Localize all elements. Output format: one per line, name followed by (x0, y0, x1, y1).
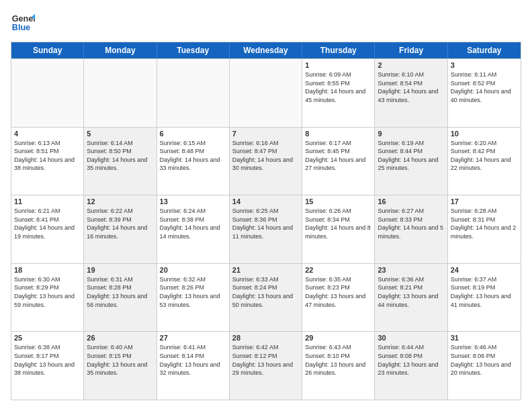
header-day-sunday: Sunday (11, 42, 84, 58)
cal-cell-15: 15Sunrise: 6:26 AM Sunset: 8:34 PM Dayli… (302, 195, 375, 263)
cal-row-3: 18Sunrise: 6:30 AM Sunset: 8:29 PM Dayli… (11, 263, 521, 332)
day-number: 10 (451, 130, 518, 138)
day-number: 29 (305, 334, 371, 342)
calendar-body: 1Sunrise: 6:09 AM Sunset: 8:55 PM Daylig… (11, 58, 521, 400)
day-number: 31 (451, 334, 518, 342)
day-info: Sunrise: 6:30 AM Sunset: 8:29 PM Dayligh… (14, 275, 81, 309)
cal-cell-6: 6Sunrise: 6:15 AM Sunset: 8:48 PM Daylig… (157, 128, 230, 195)
calendar-header: SundayMondayTuesdayWednesdayThursdayFrid… (11, 42, 521, 58)
day-info: Sunrise: 6:24 AM Sunset: 8:38 PM Dayligh… (160, 207, 226, 240)
cal-cell-16: 16Sunrise: 6:27 AM Sunset: 8:33 PM Dayli… (375, 195, 447, 263)
day-info: Sunrise: 6:46 AM Sunset: 8:06 PM Dayligh… (451, 343, 518, 377)
cal-cell-17: 17Sunrise: 6:28 AM Sunset: 8:31 PM Dayli… (448, 195, 521, 263)
day-number: 2 (378, 61, 444, 69)
day-info: Sunrise: 6:32 AM Sunset: 8:26 PM Dayligh… (160, 275, 226, 309)
day-number: 6 (160, 130, 226, 138)
day-info: Sunrise: 6:16 AM Sunset: 8:47 PM Dayligh… (232, 139, 299, 173)
cal-cell-27: 27Sunrise: 6:41 AM Sunset: 8:14 PM Dayli… (157, 332, 230, 400)
day-info: Sunrise: 6:15 AM Sunset: 8:48 PM Dayligh… (160, 139, 226, 173)
cal-cell-19: 19Sunrise: 6:31 AM Sunset: 8:28 PM Dayli… (84, 264, 157, 332)
logo: General Blue (11, 11, 39, 35)
day-number: 1 (305, 61, 371, 69)
day-info: Sunrise: 6:33 AM Sunset: 8:24 PM Dayligh… (232, 275, 299, 309)
day-number: 23 (378, 266, 444, 274)
day-number: 19 (87, 266, 153, 274)
cal-cell-18: 18Sunrise: 6:30 AM Sunset: 8:29 PM Dayli… (11, 264, 84, 332)
day-info: Sunrise: 6:21 AM Sunset: 8:41 PM Dayligh… (14, 207, 81, 240)
cal-cell-1: 1Sunrise: 6:09 AM Sunset: 8:55 PM Daylig… (302, 59, 375, 127)
day-number: 15 (305, 197, 371, 205)
cal-row-2: 11Sunrise: 6:21 AM Sunset: 8:41 PM Dayli… (11, 195, 521, 263)
day-info: Sunrise: 6:40 AM Sunset: 8:15 PM Dayligh… (87, 343, 153, 377)
cal-cell-empty-03 (230, 59, 302, 127)
cal-cell-30: 30Sunrise: 6:44 AM Sunset: 8:08 PM Dayli… (375, 332, 447, 400)
day-number: 26 (87, 334, 153, 342)
header-day-tuesday: Tuesday (157, 42, 230, 58)
svg-text:Blue: Blue (12, 23, 30, 32)
day-info: Sunrise: 6:41 AM Sunset: 8:14 PM Dayligh… (160, 343, 226, 377)
cal-cell-14: 14Sunrise: 6:25 AM Sunset: 8:36 PM Dayli… (230, 195, 302, 263)
day-number: 18 (14, 266, 81, 274)
day-number: 24 (451, 266, 518, 274)
cal-cell-9: 9Sunrise: 6:19 AM Sunset: 8:44 PM Daylig… (375, 128, 447, 195)
day-number: 5 (87, 130, 153, 138)
cal-cell-25: 25Sunrise: 6:38 AM Sunset: 8:17 PM Dayli… (11, 332, 84, 400)
header-day-monday: Monday (84, 42, 157, 58)
day-info: Sunrise: 6:26 AM Sunset: 8:34 PM Dayligh… (305, 207, 371, 240)
cal-row-1: 4Sunrise: 6:13 AM Sunset: 8:51 PM Daylig… (11, 127, 521, 195)
day-number: 9 (378, 130, 444, 138)
day-number: 27 (160, 334, 226, 342)
day-info: Sunrise: 6:44 AM Sunset: 8:08 PM Dayligh… (378, 343, 444, 377)
day-number: 25 (14, 334, 81, 342)
day-info: Sunrise: 6:27 AM Sunset: 8:33 PM Dayligh… (378, 207, 444, 240)
cal-cell-31: 31Sunrise: 6:46 AM Sunset: 8:06 PM Dayli… (448, 332, 521, 400)
day-info: Sunrise: 6:19 AM Sunset: 8:44 PM Dayligh… (378, 139, 444, 173)
day-info: Sunrise: 6:20 AM Sunset: 8:42 PM Dayligh… (451, 139, 518, 173)
day-info: Sunrise: 6:25 AM Sunset: 8:36 PM Dayligh… (232, 207, 299, 240)
cal-cell-2: 2Sunrise: 6:10 AM Sunset: 8:54 PM Daylig… (375, 59, 447, 127)
day-number: 8 (305, 130, 371, 138)
day-info: Sunrise: 6:22 AM Sunset: 8:39 PM Dayligh… (87, 207, 153, 240)
day-number: 3 (451, 61, 518, 69)
cal-cell-empty-02 (157, 59, 230, 127)
day-info: Sunrise: 6:17 AM Sunset: 8:45 PM Dayligh… (305, 139, 371, 173)
day-info: Sunrise: 6:38 AM Sunset: 8:17 PM Dayligh… (14, 343, 81, 377)
logo-icon: General Blue (11, 11, 35, 35)
day-info: Sunrise: 6:36 AM Sunset: 8:21 PM Dayligh… (378, 275, 444, 309)
header-day-friday: Friday (375, 42, 447, 58)
cal-cell-7: 7Sunrise: 6:16 AM Sunset: 8:47 PM Daylig… (230, 128, 302, 195)
day-number: 14 (232, 197, 299, 205)
cal-row-4: 25Sunrise: 6:38 AM Sunset: 8:17 PM Dayli… (11, 331, 521, 400)
cal-cell-28: 28Sunrise: 6:42 AM Sunset: 8:12 PM Dayli… (230, 332, 302, 400)
day-number: 21 (232, 266, 299, 274)
cal-cell-empty-01 (84, 59, 157, 127)
day-number: 30 (378, 334, 444, 342)
cal-cell-20: 20Sunrise: 6:32 AM Sunset: 8:26 PM Dayli… (157, 264, 230, 332)
day-info: Sunrise: 6:13 AM Sunset: 8:51 PM Dayligh… (14, 139, 81, 173)
cal-cell-12: 12Sunrise: 6:22 AM Sunset: 8:39 PM Dayli… (84, 195, 157, 263)
day-number: 22 (305, 266, 371, 274)
day-number: 13 (160, 197, 226, 205)
cal-cell-23: 23Sunrise: 6:36 AM Sunset: 8:21 PM Dayli… (375, 264, 447, 332)
header-day-saturday: Saturday (448, 42, 521, 58)
cal-cell-22: 22Sunrise: 6:35 AM Sunset: 8:23 PM Dayli… (302, 264, 375, 332)
day-info: Sunrise: 6:10 AM Sunset: 8:54 PM Dayligh… (378, 71, 444, 104)
page: General Blue SundayMondayTuesdayWednesda… (0, 0, 532, 411)
day-number: 7 (232, 130, 299, 138)
day-info: Sunrise: 6:35 AM Sunset: 8:23 PM Dayligh… (305, 275, 371, 309)
day-info: Sunrise: 6:42 AM Sunset: 8:12 PM Dayligh… (232, 343, 299, 377)
cal-cell-13: 13Sunrise: 6:24 AM Sunset: 8:38 PM Dayli… (157, 195, 230, 263)
day-info: Sunrise: 6:11 AM Sunset: 8:52 PM Dayligh… (451, 71, 518, 104)
cal-cell-empty-00 (11, 59, 84, 127)
day-number: 4 (14, 130, 81, 138)
day-number: 12 (87, 197, 153, 205)
day-number: 16 (378, 197, 444, 205)
cal-cell-8: 8Sunrise: 6:17 AM Sunset: 8:45 PM Daylig… (302, 128, 375, 195)
header-day-thursday: Thursday (302, 42, 375, 58)
cal-cell-21: 21Sunrise: 6:33 AM Sunset: 8:24 PM Dayli… (230, 264, 302, 332)
cal-cell-5: 5Sunrise: 6:14 AM Sunset: 8:50 PM Daylig… (84, 128, 157, 195)
cal-cell-29: 29Sunrise: 6:43 AM Sunset: 8:10 PM Dayli… (302, 332, 375, 400)
day-info: Sunrise: 6:28 AM Sunset: 8:31 PM Dayligh… (451, 207, 518, 240)
header: General Blue (11, 11, 521, 35)
day-number: 17 (451, 197, 518, 205)
